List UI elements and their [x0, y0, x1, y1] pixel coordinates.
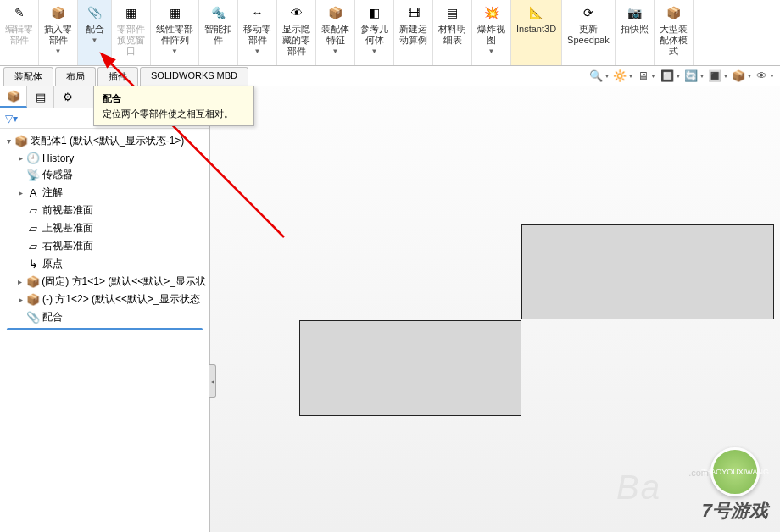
tree-item-label: 前视基准面 [42, 203, 93, 218]
ribbon-label-0: 编辑零 部件 [5, 24, 33, 46]
panel-tab-1[interactable]: ▤ [27, 86, 54, 108]
ribbon-icon-0: ✎ [10, 3, 29, 22]
part-rect-1[interactable] [521, 224, 774, 319]
tree-item-0[interactable]: ▸🕘History [2, 150, 208, 166]
ribbon-icon-3: ▦ [122, 3, 141, 22]
dropdown-icon[interactable]: ▼ [171, 47, 178, 55]
mini-tool-1[interactable]: 🔆▼ [614, 69, 632, 84]
mini-tool-0[interactable]: 🔍▼ [590, 69, 609, 84]
tree-item-icon: 📡 [25, 169, 41, 181]
expand-icon[interactable]: ▸ [15, 277, 25, 286]
tree-item-icon: 📦 [25, 293, 41, 306]
mini-tool-2[interactable]: 🖥▼ [638, 69, 656, 84]
tab-2[interactable]: 插件 [98, 67, 138, 86]
tab-1[interactable]: 布局 [55, 67, 96, 86]
ribbon-6[interactable]: ↔移动零 部件▼ [238, 0, 277, 65]
ribbon-icon-6: ↔ [248, 3, 267, 22]
ribbon-3[interactable]: ▦零部件 预览窗 口 [112, 0, 151, 65]
ribbon-label-8: 装配体 特征 [321, 24, 349, 46]
tree-item-icon: 🕘 [25, 152, 41, 164]
expand-icon[interactable]: ▾ [3, 136, 14, 146]
tree-item-label: 传感器 [42, 168, 73, 182]
mini-tool-5[interactable]: 🔳▼ [709, 69, 727, 84]
ribbon-icon-8: 📦 [326, 3, 345, 22]
tab-0[interactable]: 装配体 [3, 67, 53, 86]
ribbon-icon-16: 📦 [664, 3, 682, 22]
expand-icon[interactable]: ▸ [15, 153, 25, 163]
tree-root[interactable]: ▾ 📦 装配体1 (默认<默认_显示状态-1>) [2, 132, 208, 150]
ribbon-1[interactable]: 📦插入零 部件▼ [39, 0, 78, 65]
ribbon-7[interactable]: 👁显示隐 藏的零 部件 [277, 0, 316, 65]
panel-tab-0[interactable]: 📦 [0, 86, 27, 108]
ribbon-icon-14: ⟳ [579, 3, 598, 22]
ribbon-label-4: 线性零部 件阵列 [156, 24, 193, 46]
ribbon-15[interactable]: 📷拍快照 [616, 0, 655, 65]
mini-tool-4[interactable]: 🔄▼ [685, 69, 704, 84]
ribbon-14[interactable]: ⟳更新 Speedpak [562, 0, 616, 65]
tree-item-label: History [42, 152, 74, 164]
ribbon-label-16: 大型装 配体模 式 [660, 24, 688, 57]
ribbon-icon-11: ▤ [443, 3, 462, 22]
tree-item-5[interactable]: ▱右视基准面 [2, 237, 208, 255]
ribbon-8[interactable]: 📦装配体 特征▼ [316, 0, 355, 65]
ribbon-icon-12: 💥 [482, 3, 501, 22]
ribbon-label-14: 更新 Speedpak [567, 24, 610, 46]
tooltip-title: 配合 [103, 91, 245, 105]
tree-item-3[interactable]: ▱前视基准面 [2, 202, 208, 219]
mate-tooltip: 配合 定位两个零部件使之相互相对。 [93, 86, 254, 126]
ribbon-11[interactable]: ▤材料明 细表 [433, 0, 472, 65]
ribbon-12[interactable]: 💥爆炸视 图▼ [472, 0, 511, 65]
tree-item-label: (-) 方1<2> (默认<<默认>_显示状态 [42, 292, 200, 307]
ribbon-5[interactable]: 🔩智能扣 件 [199, 0, 238, 65]
ribbon-10[interactable]: 🎞新建运 动算例 [394, 0, 433, 65]
tree-item-icon: ▱ [25, 240, 41, 252]
tab-3[interactable]: SOLIDWORKS MBD [140, 67, 248, 86]
ribbon-label-11: 材料明 细表 [438, 24, 466, 46]
tree-item-4[interactable]: ▱上视基准面 [2, 219, 208, 237]
ribbon-label-10: 新建运 动算例 [399, 24, 427, 46]
mini-tool-3[interactable]: 🔲▼ [661, 69, 680, 84]
part-rect-2[interactable] [299, 320, 521, 416]
expand-icon[interactable]: ▸ [15, 295, 25, 304]
ribbon-16[interactable]: 📦大型装 配体模 式 [655, 0, 694, 65]
tree-item-7[interactable]: ▸📦(固定) 方1<1> (默认<<默认>_显示状 [2, 273, 208, 291]
tooltip-body: 定位两个零部件使之相互相对。 [103, 107, 245, 120]
watermark-badge-icon: 7HAOYOUXIWANG [710, 447, 760, 496]
mini-tool-6[interactable]: 📦▼ [733, 69, 751, 84]
graphics-canvas[interactable] [210, 86, 780, 532]
ribbon-label-5: 智能扣 件 [204, 24, 232, 46]
dropdown-icon[interactable]: ▼ [55, 47, 62, 55]
dropdown-icon[interactable]: ▼ [254, 47, 261, 55]
ribbon-label-9: 参考几 何体 [360, 24, 388, 46]
ribbon-0[interactable]: ✎编辑零 部件 [0, 0, 39, 65]
tree-item-6[interactable]: ↳原点 [2, 255, 208, 273]
ribbon-icon-5: 🔩 [209, 3, 228, 22]
ribbon-4[interactable]: ▦线性零部 件阵列▼ [151, 0, 199, 65]
expand-icon[interactable]: ▸ [15, 188, 25, 197]
ribbon-13[interactable]: 📐Instant3D [511, 0, 562, 65]
ribbon-label-2: 配合 [86, 24, 104, 35]
ribbon-icon-2: 📎 [86, 3, 104, 22]
tree-item-9[interactable]: 📎配合 [2, 308, 208, 326]
assembly-icon: 📦 [14, 135, 29, 147]
panel-tab-2[interactable]: ⚙ [54, 86, 81, 108]
tree-item-8[interactable]: ▸📦(-) 方1<2> (默认<<默认>_显示状态 [2, 291, 208, 308]
tree-item-label: 上视基准面 [42, 221, 93, 236]
dropdown-icon[interactable]: ▼ [371, 47, 378, 55]
ribbon-9[interactable]: ◧参考几 何体▼ [355, 0, 394, 65]
panel-collapse-handle[interactable]: ◂ [209, 364, 216, 398]
dropdown-icon[interactable]: ▼ [332, 47, 339, 55]
filter-icon: ▽▾ [5, 113, 18, 125]
command-tabs: 装配体布局插件SOLIDWORKS MBD 🔍▼🔆▼🖥▼🔲▼🔄▼🔳▼📦▼👁▼ [0, 66, 780, 86]
mini-tool-7[interactable]: 👁▼ [756, 69, 775, 84]
main-area: 📦▤⚙ ▽▾ ▾ 📦 装配体1 (默认<默认_显示状态-1>) ▸🕘Histor… [0, 86, 780, 532]
dropdown-icon[interactable]: ▼ [488, 47, 495, 55]
tree-item-1[interactable]: 📡传感器 [2, 166, 208, 184]
tree-item-2[interactable]: ▸A注解 [2, 184, 208, 202]
tree-item-icon: 📦 [25, 275, 41, 288]
watermark-text: 7号游戏 [702, 498, 768, 524]
ribbon-2[interactable]: 📎配合▼ [78, 0, 112, 65]
watermark-faint: Ba [616, 468, 661, 507]
ribbon-label-12: 爆炸视 图 [477, 24, 505, 46]
dropdown-icon[interactable]: ▼ [92, 36, 98, 44]
